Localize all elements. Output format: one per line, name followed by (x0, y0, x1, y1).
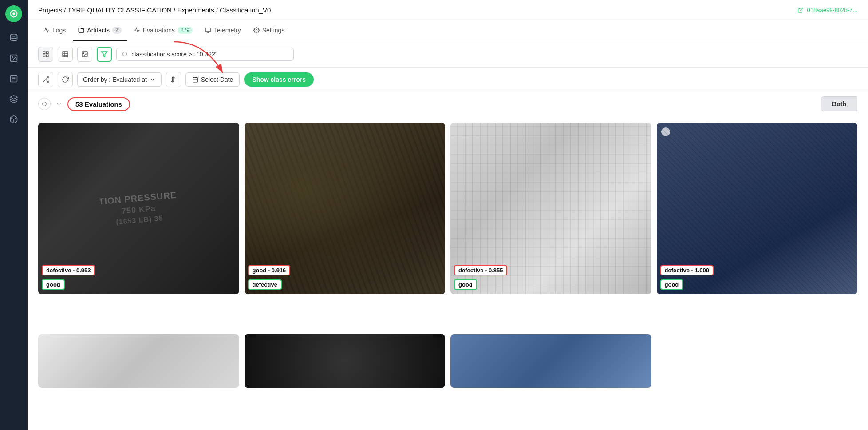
image-grid: TION PRESSURE 750 KPa (1653 LB) 35 defec… (28, 116, 868, 430)
sidebar-item-image[interactable] (5, 50, 22, 67)
app-logo[interactable] (5, 5, 22, 22)
breadcrumb: Projects / TYRE QUALITY CLASSIFICATION /… (38, 6, 271, 14)
tab-settings[interactable]: Settings (248, 20, 290, 41)
svg-marker-18 (101, 52, 107, 57)
sort-direction-button[interactable] (166, 72, 181, 87)
svg-rect-15 (63, 52, 68, 57)
chevron-down-icon[interactable] (56, 101, 62, 107)
both-filter-button[interactable]: Both (821, 96, 857, 111)
svg-rect-12 (46, 52, 48, 54)
sidebar-item-layers[interactable] (5, 91, 22, 108)
show-class-errors-button[interactable]: Show class errors (244, 72, 314, 87)
prediction-label-4: defective - 1.000 (660, 265, 714, 275)
svg-point-17 (83, 53, 84, 54)
svg-rect-11 (43, 52, 45, 54)
tabs-bar: Logs Artifacts 2 Evaluations 279 Telemet… (28, 20, 868, 41)
image-card-3[interactable]: defective - 0.855 good (450, 123, 651, 294)
svg-line-6 (800, 8, 803, 11)
image-card-2[interactable]: good - 0.916 defective (245, 123, 446, 294)
tab-logs[interactable]: Logs (38, 20, 71, 41)
chevron-down-icon (150, 76, 156, 83)
svg-point-10 (256, 29, 257, 31)
prediction-label-1: defective - 0.953 (42, 265, 95, 275)
circle-icon (42, 101, 47, 107)
refresh-button[interactable] (58, 72, 73, 87)
grid-view-button[interactable] (38, 47, 53, 62)
prediction-label-3: defective - 0.855 (454, 265, 507, 275)
filter-row-wrapper: Order by : Evaluated at Select Date Show… (28, 68, 868, 92)
svg-point-4 (12, 56, 13, 57)
ground-truth-label-3: good (454, 279, 477, 290)
ground-truth-label-2: defective (248, 279, 282, 290)
image-view-button[interactable] (77, 47, 92, 62)
search-icon (122, 51, 128, 57)
svg-point-19 (123, 52, 127, 56)
svg-rect-13 (46, 55, 48, 57)
main-content: Projects / TYRE QUALITY CLASSIFICATION /… (28, 0, 868, 430)
svg-point-30 (43, 102, 47, 106)
order-by-button[interactable]: Order by : Evaluated at (77, 72, 162, 87)
select-date-button[interactable]: Select Date (185, 72, 240, 87)
sidebar (0, 0, 28, 430)
artifacts-badge: 2 (112, 27, 122, 34)
svg-rect-14 (43, 55, 45, 57)
tab-evaluations[interactable]: Evaluations 279 (129, 20, 198, 41)
evaluations-badge: 279 (178, 27, 193, 34)
tab-artifacts[interactable]: Artifacts 2 (73, 20, 126, 41)
header: Projects / TYRE QUALITY CLASSIFICATION /… (28, 0, 868, 20)
image-card-1[interactable]: TION PRESSURE 750 KPa (1653 LB) 35 defec… (38, 123, 239, 294)
svg-line-20 (126, 56, 127, 56)
count-row: 53 Evaluations Both (28, 92, 868, 116)
tab-telemetry[interactable]: Telemetry (200, 20, 246, 41)
run-id: 018aae99-802b-7... (797, 7, 857, 14)
image-card-6[interactable] (245, 334, 446, 388)
table-view-button[interactable] (58, 47, 73, 62)
prediction-label-2: good - 0.916 (248, 265, 291, 275)
ground-truth-label-1: good (42, 279, 65, 290)
svg-point-2 (11, 34, 17, 36)
toolbar (28, 41, 868, 68)
filter-row: Order by : Evaluated at Select Date Show… (28, 68, 868, 92)
image-card-7[interactable] (450, 334, 651, 388)
search-input[interactable] (131, 51, 288, 58)
search-box[interactable] (116, 48, 294, 61)
calendar-icon (192, 76, 198, 83)
select-all-button[interactable] (38, 98, 51, 110)
svg-point-1 (12, 12, 15, 15)
svg-rect-7 (205, 28, 211, 32)
sidebar-item-list[interactable] (5, 70, 22, 87)
evaluations-count-badge: 53 Evaluations (67, 97, 130, 111)
filter-button[interactable] (97, 47, 112, 62)
svg-rect-25 (193, 77, 198, 82)
shuffle-button[interactable] (38, 72, 53, 87)
sidebar-item-database[interactable] (5, 29, 22, 46)
ground-truth-label-4: good (660, 279, 683, 290)
sidebar-item-box[interactable] (5, 111, 22, 128)
image-card-5[interactable] (38, 334, 239, 388)
image-card-4[interactable]: defective - 1.000 good (657, 123, 858, 294)
